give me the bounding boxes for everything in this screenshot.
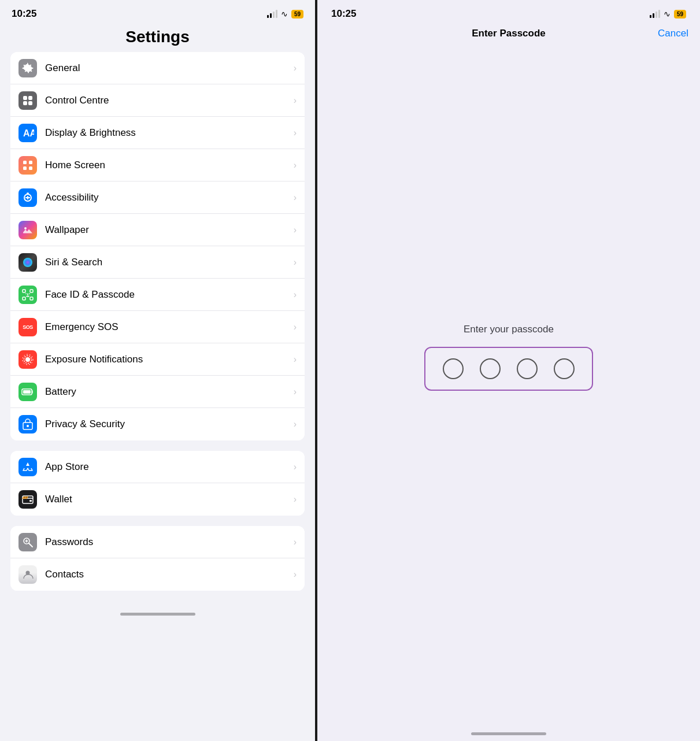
left-battery: 59 (291, 10, 303, 18)
wallet-chevron: › (294, 494, 297, 505)
settings-item-display-brightness[interactable]: AA Display & Brightness › (10, 117, 305, 149)
contacts-icon (18, 565, 37, 584)
siri-search-label: Siri & Search (45, 257, 294, 268)
passcode-prompt: Enter your passcode (464, 324, 554, 335)
svg-rect-32 (29, 500, 32, 502)
right-header: Enter Passcode Cancel (317, 25, 700, 51)
emergency-sos-icon: SOS (18, 318, 37, 336)
settings-group-3: Passwords › Contacts › (10, 526, 305, 591)
exposure-notifications-chevron: › (294, 354, 297, 365)
right-status-bar: 10:25 ∿ 59 (317, 0, 700, 25)
page-title-bar: Settings (0, 25, 315, 52)
passwords-icon (18, 533, 37, 551)
display-brightness-icon: AA (18, 124, 37, 142)
settings-item-privacy-security[interactable]: Privacy & Security › (10, 408, 305, 440)
general-label: General (45, 62, 294, 74)
right-time: 10:25 (331, 8, 356, 20)
svg-text:AA: AA (23, 128, 34, 138)
left-status-bar: 10:25 ∿ 59 (0, 0, 315, 25)
svg-rect-19 (30, 297, 33, 300)
settings-group-2: App Store › Wallet › (10, 451, 305, 516)
display-brightness-label: Display & Brightness (45, 127, 294, 139)
right-page-title: Enter Passcode (472, 28, 546, 39)
wallpaper-label: Wallpaper (45, 224, 294, 236)
settings-item-app-store[interactable]: App Store › (10, 451, 305, 483)
accessibility-label: Accessibility (45, 192, 294, 203)
settings-list: General › Control Centre › (0, 52, 315, 741)
emergency-sos-label: Emergency SOS (45, 321, 294, 333)
home-screen-chevron: › (294, 160, 297, 171)
svg-rect-4 (28, 101, 32, 105)
face-id-passcode-label: Face ID & Passcode (45, 289, 294, 301)
emergency-sos-chevron: › (294, 322, 297, 332)
face-id-arrow-annotation (299, 277, 305, 306)
passcode-circle-3 (517, 358, 538, 379)
settings-item-wallpaper[interactable]: Wallpaper › (10, 214, 305, 246)
left-home-indicator (120, 613, 195, 616)
contacts-label: Contacts (45, 569, 294, 580)
right-signal-icon (650, 10, 660, 18)
svg-point-14 (24, 227, 27, 229)
passcode-circle-1 (443, 358, 464, 379)
app-store-chevron: › (294, 462, 297, 472)
right-home-indicator (471, 732, 546, 735)
bottom-spacer (10, 601, 305, 613)
battery-chevron: › (294, 387, 297, 397)
svg-rect-6 (23, 161, 27, 164)
privacy-security-chevron: › (294, 419, 297, 429)
privacy-security-label: Privacy & Security (45, 418, 294, 430)
wallet-label: Wallet (45, 494, 294, 505)
wallet-icon (18, 490, 37, 509)
accessibility-chevron: › (294, 192, 297, 203)
settings-item-accessibility[interactable]: Accessibility › (10, 181, 305, 214)
svg-line-34 (29, 543, 32, 547)
settings-item-control-centre[interactable]: Control Centre › (10, 84, 305, 117)
general-chevron: › (294, 63, 297, 73)
wallpaper-chevron: › (294, 225, 297, 235)
svg-rect-17 (30, 290, 33, 292)
passwords-label: Passwords (45, 536, 294, 548)
settings-item-battery[interactable]: Battery › (10, 376, 305, 408)
settings-item-passwords[interactable]: Passwords › (10, 526, 305, 558)
passcode-input-box[interactable] (424, 347, 593, 391)
svg-rect-9 (29, 166, 32, 170)
settings-item-contacts[interactable]: Contacts › (10, 558, 305, 591)
face-id-icon (18, 286, 37, 304)
settings-item-face-id-passcode[interactable]: Face ID & Passcode › (10, 279, 305, 311)
settings-item-wallet[interactable]: Wallet › (10, 483, 305, 516)
battery-icon (18, 383, 37, 401)
settings-item-home-screen[interactable]: Home Screen › (10, 149, 305, 181)
control-centre-chevron: › (294, 95, 297, 106)
settings-item-exposure-notifications[interactable]: Exposure Notifications › (10, 343, 305, 376)
left-status-icons: ∿ 59 (267, 9, 303, 18)
svg-rect-7 (29, 161, 32, 164)
settings-item-siri-search[interactable]: Siri & Search › (10, 246, 305, 279)
passwords-chevron: › (294, 537, 297, 547)
passcode-circle-4 (554, 358, 575, 379)
wifi-icon: ∿ (281, 9, 288, 18)
battery-label: Battery (45, 386, 294, 398)
right-wifi-icon: ∿ (664, 9, 671, 18)
svg-rect-1 (23, 96, 27, 100)
wallpaper-icon (18, 221, 37, 239)
settings-title: Settings (12, 28, 303, 46)
siri-search-icon (18, 253, 37, 272)
settings-item-emergency-sos[interactable]: SOS Emergency SOS › (10, 311, 305, 343)
svg-rect-3 (23, 101, 27, 105)
control-centre-label: Control Centre (45, 95, 294, 106)
display-brightness-chevron: › (294, 128, 297, 138)
settings-item-general[interactable]: General › (10, 52, 305, 84)
svg-rect-28 (23, 390, 31, 394)
right-panel: 10:25 ∿ 59 Enter Passcode Cancel Enter y… (317, 0, 700, 741)
app-store-icon (18, 458, 37, 476)
svg-rect-18 (23, 297, 25, 300)
svg-point-24 (25, 357, 30, 362)
settings-group-1: General › Control Centre › (10, 52, 305, 440)
svg-point-30 (27, 425, 29, 427)
control-centre-icon (18, 91, 37, 110)
passcode-circle-2 (480, 358, 501, 379)
general-icon (18, 59, 37, 77)
cancel-button[interactable]: Cancel (658, 28, 688, 39)
signal-icon (267, 10, 277, 18)
left-panel: 10:25 ∿ 59 Settings (0, 0, 315, 741)
